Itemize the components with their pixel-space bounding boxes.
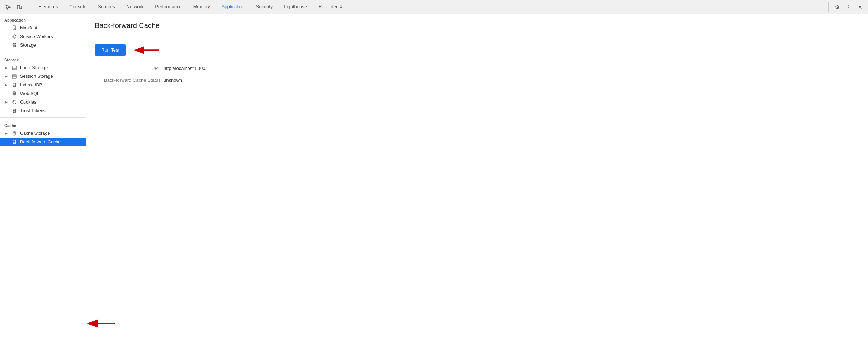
indexeddb-label: IndexedDB — [20, 82, 42, 88]
url-row: URL http://localhost:5000/ — [95, 66, 859, 71]
tab-memory[interactable]: Memory — [188, 0, 216, 14]
status-row: Back-forward Cache Status unknown — [95, 77, 859, 83]
svg-point-15 — [13, 92, 16, 93]
svg-point-20 — [13, 103, 14, 103]
run-test-arrow — [133, 45, 162, 56]
gear-icon — [11, 34, 17, 39]
content-area: Back-forward Cache Run Test — [86, 14, 868, 340]
cache-storage-label: Cache Storage — [20, 131, 50, 136]
svg-point-23 — [13, 132, 16, 133]
svg-point-14 — [13, 83, 16, 84]
sidebar-item-session-storage[interactable]: ▶ Session Storage — [0, 72, 86, 81]
content-body: Run Test URL http://localhost:5000/ — [86, 36, 868, 98]
service-workers-label: Service Workers — [20, 34, 53, 39]
url-value: http://localhost:5000/ — [164, 66, 207, 71]
run-test-row: Run Test — [95, 44, 859, 56]
tab-sources[interactable]: Sources — [92, 0, 121, 14]
local-storage-label: Local Storage — [20, 65, 48, 70]
local-storage-icon — [11, 66, 17, 70]
storage-app-label: Storage — [20, 43, 36, 48]
divider-2 — [0, 117, 86, 118]
more-options-button[interactable]: ⋮ — [844, 2, 854, 12]
storage-db-icon — [11, 43, 17, 48]
manifest-label: Manifest — [20, 25, 37, 30]
back-forward-cache-icon — [11, 140, 17, 145]
cache-storage-chevron: ▶ — [5, 132, 9, 135]
url-label: URL — [96, 66, 161, 71]
sidebar-item-back-forward-cache[interactable]: Back-forward Cache — [0, 138, 86, 146]
sidebar-item-cookies[interactable]: ▶ Cookies — [0, 98, 86, 107]
settings-button[interactable]: ⚙ — [832, 2, 842, 12]
cookies-chevron: ▶ — [5, 100, 9, 104]
tab-list: Elements Console Sources Network Perform… — [33, 0, 827, 14]
doc-icon — [11, 25, 17, 30]
sidebar-item-web-sql[interactable]: Web SQL — [0, 89, 86, 98]
svg-point-16 — [13, 100, 16, 104]
page-title: Back-forward Cache — [86, 14, 868, 36]
svg-point-18 — [15, 101, 15, 102]
back-forward-cache-row-wrapper: Back-forward Cache — [0, 138, 86, 146]
toolbar-actions: ⚙ ⋮ ✕ — [828, 2, 865, 12]
main-layout: Application Manifest Service — [0, 14, 868, 340]
close-button[interactable]: ✕ — [855, 2, 865, 12]
sidebar-item-manifest[interactable]: Manifest — [0, 24, 86, 32]
device-toggle-button[interactable] — [14, 2, 24, 12]
sidebar-item-service-workers[interactable]: Service Workers — [0, 32, 86, 41]
cookies-icon — [11, 100, 17, 105]
status-value: unknown — [164, 77, 182, 83]
sidebar-item-local-storage[interactable]: ▶ Local Storage — [0, 63, 86, 72]
svg-rect-8 — [12, 66, 16, 70]
sidebar-section-application: Application — [0, 14, 86, 24]
trust-tokens-label: Trust Tokens — [20, 108, 46, 113]
tab-lighthouse[interactable]: Lighthouse — [278, 0, 313, 14]
sidebar-item-cache-storage[interactable]: ▶ Cache Storage — [0, 129, 86, 138]
cookies-label: Cookies — [20, 100, 36, 105]
trust-tokens-icon — [11, 108, 17, 113]
inspect-button[interactable] — [3, 2, 13, 12]
status-label: Back-forward Cache Status — [96, 77, 161, 83]
svg-rect-1 — [20, 6, 22, 9]
devtools-toolbar: Elements Console Sources Network Perform… — [0, 0, 868, 14]
tab-console[interactable]: Console — [63, 0, 92, 14]
session-storage-icon — [11, 74, 17, 79]
tab-elements[interactable]: Elements — [33, 0, 63, 14]
cache-storage-icon — [11, 131, 17, 136]
sidebar: Application Manifest Service — [0, 14, 86, 340]
svg-rect-0 — [17, 5, 20, 9]
svg-rect-11 — [12, 75, 16, 78]
sidebar-section-cache: Cache — [0, 120, 86, 129]
toolbar-icon-group — [3, 2, 28, 12]
run-test-button[interactable]: Run Test — [95, 44, 126, 56]
svg-point-21 — [15, 103, 15, 103]
sidebar-section-storage: Storage — [0, 54, 86, 63]
indexeddb-icon — [11, 82, 17, 88]
session-storage-label: Session Storage — [20, 74, 53, 79]
web-sql-label: Web SQL — [20, 91, 39, 96]
svg-point-19 — [14, 103, 15, 103]
back-forward-cache-label: Back-forward Cache — [20, 140, 61, 145]
sidebar-item-storage-app[interactable]: Storage — [0, 41, 86, 49]
sidebar-item-trust-tokens[interactable]: Trust Tokens — [0, 107, 86, 115]
svg-point-6 — [14, 36, 15, 37]
svg-point-24 — [13, 140, 16, 141]
svg-point-22 — [13, 109, 16, 110]
tab-performance[interactable]: Performance — [149, 0, 187, 14]
tab-network[interactable]: Network — [121, 0, 150, 14]
local-storage-chevron: ▶ — [5, 66, 9, 70]
svg-point-7 — [13, 43, 16, 44]
divider-1 — [0, 52, 86, 52]
tab-recorder[interactable]: Recorder 🎙 — [313, 0, 349, 14]
svg-point-17 — [13, 101, 14, 102]
web-sql-icon — [11, 91, 17, 96]
tab-security[interactable]: Security — [250, 0, 278, 14]
indexeddb-chevron: ▶ — [5, 83, 9, 87]
sidebar-item-indexeddb[interactable]: ▶ IndexedDB — [0, 81, 86, 89]
tab-application[interactable]: Application — [216, 0, 250, 14]
session-storage-chevron: ▶ — [5, 75, 9, 78]
